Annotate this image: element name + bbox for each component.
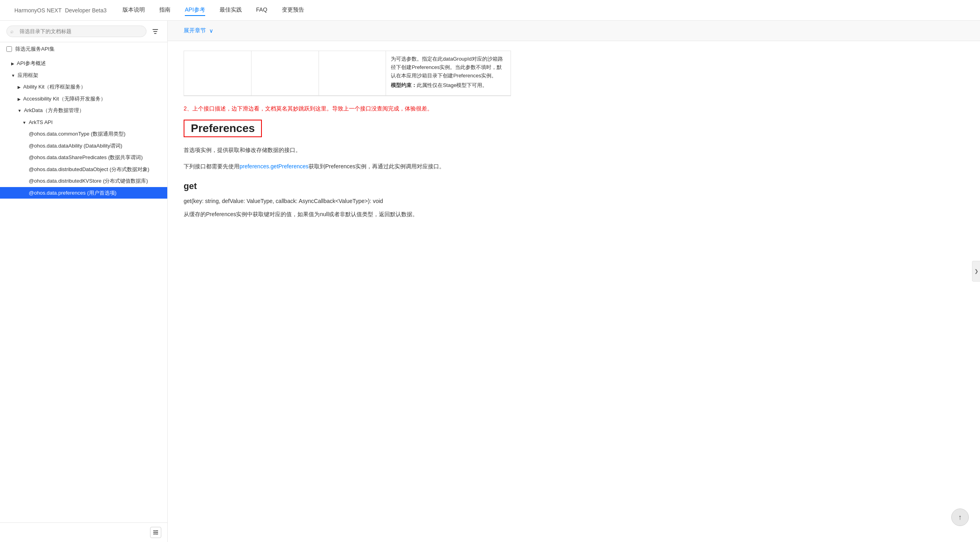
sidebar-item-data-share-predicates[interactable]: @ohos.data.dataSharePredicates (数据共享谓词) — [0, 152, 167, 164]
logo-sub-text: Developer Beta3 — [65, 7, 107, 14]
main-layout: ⌕ 筛选元服务API集 ▶ API参考概述 ▼ — [0, 21, 980, 542]
sidebar-item-label: ArkTS API — [29, 118, 161, 126]
sidebar-item-app-framework[interactable]: ▼ 应用框架 — [0, 69, 167, 81]
arrow-icon: ▶ — [11, 61, 14, 67]
method-signature: get(key: string, defValue: ValueType, ca… — [184, 196, 511, 206]
svg-rect-5 — [153, 534, 158, 534]
sidebar-item-arkts-api[interactable]: ▼ ArkTS API — [0, 116, 167, 128]
scroll-to-top-button[interactable]: ↑ — [951, 508, 969, 526]
sidebar-bottom-icon-btn[interactable] — [150, 527, 161, 538]
search-input[interactable] — [6, 26, 147, 37]
chapter-header: 展开章节 ∨ — [168, 21, 980, 41]
sidebar-item-label: @ohos.data.dataSharePredicates (数据共享谓词) — [29, 154, 161, 162]
arrow-icon: ▼ — [11, 73, 15, 79]
filter-checkbox[interactable] — [6, 46, 12, 52]
main-content[interactable]: 展开章节 ∨ 为可选参数。指定在此dataGroupId对应的沙箱路径下创建Pr… — [168, 21, 980, 542]
arrow-icon: ▶ — [18, 84, 21, 90]
sidebar-tree: ▶ API参考概述 ▼ 应用框架 ▶ Ability Kit（程序框架服务） ▶… — [0, 56, 167, 542]
svg-rect-6 — [155, 530, 155, 534]
arrow-icon: ▶ — [18, 96, 21, 102]
svg-rect-1 — [153, 31, 157, 32]
nav-link-api[interactable]: API参考 — [185, 5, 205, 16]
search-wrapper: ⌕ — [6, 26, 147, 37]
sidebar-item-distributed-kvstore[interactable]: @ohos.data.distributedKVStore (分布式键值数据库) — [0, 175, 167, 187]
sidebar-item-label: @ohos.data.dataAbility (DataAbility谓词) — [29, 142, 161, 150]
svg-rect-3 — [153, 530, 158, 531]
api-table: 为可选参数。指定在此dataGroupId对应的沙箱路径下创建Preferenc… — [184, 51, 511, 96]
arrow-icon: ▼ — [18, 108, 22, 114]
sidebar: ⌕ 筛选元服务API集 ▶ API参考概述 ▼ — [0, 21, 168, 542]
red-note: 2、上个接口描述，边下滑边看，文档莫名其妙跳跃到这里。导致上一个接口没查阅完成，… — [184, 104, 511, 113]
sidebar-item-arkdata[interactable]: ▼ ArkData（方舟数据管理） — [0, 104, 167, 116]
table-cell-text: 为可选参数。指定在此dataGroupId对应的沙箱路径下创建Preferenc… — [391, 55, 506, 80]
nav-link-biangeng[interactable]: 变更预告 — [282, 5, 304, 16]
sidebar-item-common-type[interactable]: @ohos.data.commonType (数据通用类型) — [0, 128, 167, 140]
nav-link-faq[interactable]: FAQ — [256, 5, 267, 16]
search-icon: ⌕ — [10, 28, 14, 34]
table-cell-2 — [251, 51, 319, 95]
preferences-get-preferences-link[interactable]: preferences.getPreferences — [240, 163, 309, 169]
sidebar-item-preferences[interactable]: @ohos.data.preferences (用户首选项) — [0, 187, 167, 199]
body2-suffix: 获取到Preferences实例，再通过此实例调用对应接口。 — [309, 163, 445, 169]
sidebar-item-label: @ohos.data.distributedKVStore (分布式键值数据库) — [29, 177, 161, 185]
section-get-heading: get — [184, 181, 511, 191]
body-text-2: 下列接口都需要先使用preferences.getPreferences获取到P… — [184, 162, 511, 171]
sidebar-search-bar: ⌕ — [0, 21, 167, 42]
svg-rect-4 — [153, 532, 158, 533]
nav-logo: HarmonyOS NEXT Developer Beta3 — [13, 7, 107, 14]
table-row: 为可选参数。指定在此dataGroupId对应的沙箱路径下创建Preferenc… — [184, 51, 511, 96]
table-cell-model-constraint: 模型约束：此属性仅在Stage模型下可用。 — [391, 81, 506, 90]
chevron-right-icon: ❯ — [974, 268, 978, 274]
sidebar-filter-icon-btn[interactable] — [150, 26, 161, 37]
sidebar-item-data-ability[interactable]: @ohos.data.dataAbility (DataAbility谓词) — [0, 140, 167, 152]
sidebar-item-label: 应用框架 — [18, 71, 161, 79]
sidebar-item-api-overview[interactable]: ▶ API参考概述 — [0, 57, 167, 69]
sidebar-item-label: Accessibility Kit（无障碍开发服务） — [23, 95, 161, 103]
body2-prefix: 下列接口都需要先使用 — [184, 163, 240, 169]
arrow-up-icon: ↑ — [958, 513, 962, 522]
chevron-down-icon[interactable]: ∨ — [209, 28, 213, 34]
nav-links: 版本说明 指南 API参考 最佳实践 FAQ 变更预告 — [123, 5, 967, 16]
sidebar-item-label: API参考概述 — [17, 59, 161, 67]
nav-link-zhinan[interactable]: 指南 — [159, 5, 170, 16]
sidebar-item-label: @ohos.data.preferences (用户首选项) — [29, 189, 161, 197]
filter-icon — [152, 28, 159, 35]
list-icon — [152, 529, 159, 536]
arrow-icon: ▼ — [22, 120, 26, 126]
sidebar-item-ability-kit[interactable]: ▶ Ability Kit（程序框架服务） — [0, 81, 167, 93]
table-cell-description: 为可选参数。指定在此dataGroupId对应的沙箱路径下创建Preferenc… — [386, 51, 511, 95]
sidebar-item-label: ArkData（方舟数据管理） — [24, 106, 161, 114]
top-nav: HarmonyOS NEXT Developer Beta3 版本说明 指南 A… — [0, 0, 980, 21]
sidebar-filter-row: 筛选元服务API集 — [0, 42, 167, 56]
sidebar-bottom-bar — [0, 522, 168, 542]
sidebar-item-label: Ability Kit（程序框架服务） — [23, 83, 161, 91]
nav-link-banben[interactable]: 版本说明 — [123, 5, 145, 16]
preferences-section-heading: Preferences — [184, 120, 262, 137]
nav-link-zuijia[interactable]: 最佳实践 — [220, 5, 242, 16]
table-cell-3 — [319, 51, 386, 95]
body-text-1: 首选项实例，提供获取和修改存储数据的接口。 — [184, 145, 511, 155]
svg-rect-2 — [154, 33, 156, 34]
sidebar-item-label: @ohos.data.commonType (数据通用类型) — [29, 130, 161, 138]
body-text-3: 从缓存的Preferences实例中获取键对应的值，如果值为null或者非默认值… — [184, 209, 511, 219]
expand-chapter-label[interactable]: 展开章节 — [184, 27, 206, 34]
table-cell-1 — [184, 51, 251, 95]
sidebar-item-accessibility-kit[interactable]: ▶ Accessibility Kit（无障碍开发服务） — [0, 93, 167, 105]
logo-text: HarmonyOS NEXT — [14, 7, 61, 14]
svg-rect-0 — [152, 29, 158, 30]
sidebar-item-label: @ohos.data.distributedDataObject (分布式数据对… — [29, 166, 161, 173]
filter-label: 筛选元服务API集 — [15, 45, 55, 53]
content-body: 为可选参数。指定在此dataGroupId对应的沙箱路径下创建Preferenc… — [168, 41, 527, 235]
preferences-title: Preferences — [191, 122, 255, 135]
sidebar-item-distributed-data-object[interactable]: @ohos.data.distributedDataObject (分布式数据对… — [0, 164, 167, 175]
sidebar-collapse-button[interactable]: ❯ — [972, 261, 980, 282]
